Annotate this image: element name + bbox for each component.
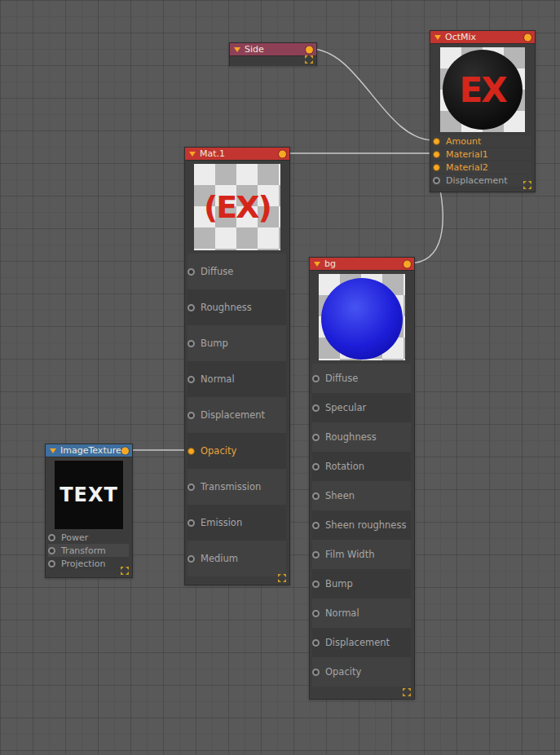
input-label: Emission <box>201 517 242 528</box>
input-row-material1: Material1 <box>433 148 531 160</box>
collapse-toggle-icon[interactable] <box>189 152 196 157</box>
node-side[interactable]: Side <box>229 42 317 66</box>
input-socket[interactable] <box>312 581 320 588</box>
input-label: Rotation <box>325 461 364 472</box>
input-socket[interactable] <box>187 483 195 491</box>
node-preview-thumbnail <box>310 271 414 364</box>
input-socket[interactable] <box>312 610 320 617</box>
input-row-emission: Emission <box>187 505 286 541</box>
input-socket[interactable] <box>187 555 195 563</box>
input-row-normal: Normal <box>187 361 286 397</box>
wire-side-to-octmix-amount[interactable] <box>311 49 434 140</box>
input-row-power: Power <box>48 531 129 544</box>
node-imagetexture-header[interactable]: ImageTexture <box>46 444 132 457</box>
node-title: bg <box>324 258 336 270</box>
preview-text: (EX) <box>204 189 271 225</box>
input-socket[interactable] <box>187 340 195 347</box>
input-row-displacement: Displacement <box>433 174 531 186</box>
node-imagetexture[interactable]: ImageTexture TEXT PowerTransformProjecti… <box>45 444 133 578</box>
output-socket[interactable] <box>306 46 313 53</box>
resize-handle-icon[interactable] <box>121 567 129 575</box>
input-row-sheen: Sheen <box>312 481 411 510</box>
input-socket[interactable] <box>187 448 195 455</box>
node-preview-thumbnail: TEXT <box>46 457 132 531</box>
input-socket[interactable] <box>312 375 320 382</box>
input-socket[interactable] <box>312 404 320 412</box>
collapse-toggle-icon[interactable] <box>434 35 441 40</box>
input-label: Diffuse <box>325 373 358 384</box>
input-row-opacity: Opacity <box>187 433 286 469</box>
collapse-toggle-icon[interactable] <box>234 47 240 52</box>
output-socket[interactable] <box>279 150 286 157</box>
input-socket[interactable] <box>187 519 195 527</box>
input-label: Transform <box>61 545 106 556</box>
input-label: Power <box>61 532 88 543</box>
input-socket[interactable] <box>433 164 440 171</box>
resize-handle-icon[interactable] <box>523 181 531 189</box>
input-row-sheen-roughness: Sheen roughness <box>312 510 411 540</box>
output-socket[interactable] <box>121 447 129 454</box>
node-mat1-header[interactable]: Mat.1 <box>185 148 289 161</box>
input-row-bump: Bump <box>187 325 286 361</box>
input-socket[interactable] <box>433 177 440 184</box>
input-socket[interactable] <box>187 376 195 383</box>
preview-text: EX <box>459 70 505 110</box>
input-socket[interactable] <box>187 304 195 311</box>
input-label: Medium <box>201 553 238 564</box>
input-row-specular: Specular <box>312 393 411 422</box>
node-mat1[interactable]: Mat.1 (EX) DiffuseRoughnessBumpNormalDis… <box>184 147 290 585</box>
node-preview-thumbnail: (EX) <box>185 161 289 254</box>
input-socket[interactable] <box>312 463 320 470</box>
input-socket[interactable] <box>312 522 320 529</box>
input-row-material2: Material2 <box>433 161 531 173</box>
collapse-toggle-icon[interactable] <box>50 448 56 453</box>
bg-inputs: DiffuseSpecularRoughnessRotationSheenShe… <box>310 364 414 687</box>
output-socket[interactable] <box>403 260 411 267</box>
input-row-roughness: Roughness <box>312 422 411 452</box>
collapse-toggle-icon[interactable] <box>314 262 320 267</box>
node-octmix[interactable]: OctMix EX AmountMaterial1Material2Displa… <box>430 30 536 192</box>
input-socket[interactable] <box>48 560 55 567</box>
input-label: Sheen <box>325 490 355 501</box>
resize-handle-icon[interactable] <box>278 574 286 582</box>
input-socket[interactable] <box>312 434 320 441</box>
input-socket[interactable] <box>48 534 55 541</box>
input-row-film-width: Film Width <box>312 540 411 569</box>
input-row-projection: Projection <box>48 557 129 570</box>
input-label: Material1 <box>446 149 488 160</box>
node-octmix-header[interactable]: OctMix <box>430 31 535 44</box>
input-socket[interactable] <box>312 492 320 500</box>
resize-handle-icon[interactable] <box>305 55 313 64</box>
input-label: Roughness <box>325 431 377 443</box>
input-row-roughness: Roughness <box>187 289 286 325</box>
node-title: Mat.1 <box>200 148 225 160</box>
input-socket[interactable] <box>187 268 195 276</box>
input-socket[interactable] <box>433 151 440 158</box>
input-socket[interactable] <box>312 669 320 676</box>
input-label: Displacement <box>446 175 508 186</box>
input-label: Bump <box>325 578 353 589</box>
mat1-inputs: DiffuseRoughnessBumpNormalDisplacementOp… <box>185 254 289 576</box>
input-row-opacity: Opacity <box>312 657 411 687</box>
output-socket[interactable] <box>524 33 531 41</box>
input-socket[interactable] <box>312 639 320 647</box>
input-row-diffuse: Diffuse <box>312 364 411 393</box>
node-bg-header[interactable]: bg <box>310 258 414 271</box>
input-label: Amount <box>446 136 481 147</box>
input-label: Opacity <box>201 445 236 457</box>
node-editor-canvas[interactable]: Side OctMix EX AmountMaterial1Material2D… <box>0 0 560 755</box>
octmix-inputs: AmountMaterial1Material2Displacement <box>430 135 535 186</box>
input-socket[interactable] <box>433 138 440 145</box>
input-socket[interactable] <box>312 551 320 559</box>
input-socket[interactable] <box>187 412 195 419</box>
input-label: Specular <box>325 402 366 413</box>
input-label: Opacity <box>325 666 361 678</box>
node-bg[interactable]: bg DiffuseSpecularRoughnessRotationSheen… <box>309 257 415 700</box>
resize-handle-icon[interactable] <box>403 688 411 696</box>
input-socket[interactable] <box>48 547 55 554</box>
input-row-diffuse: Diffuse <box>187 254 286 289</box>
input-row-displacement: Displacement <box>187 397 286 433</box>
node-side-header[interactable]: Side <box>230 43 316 56</box>
input-row-medium: Medium <box>187 541 286 576</box>
input-label: Projection <box>61 559 105 569</box>
